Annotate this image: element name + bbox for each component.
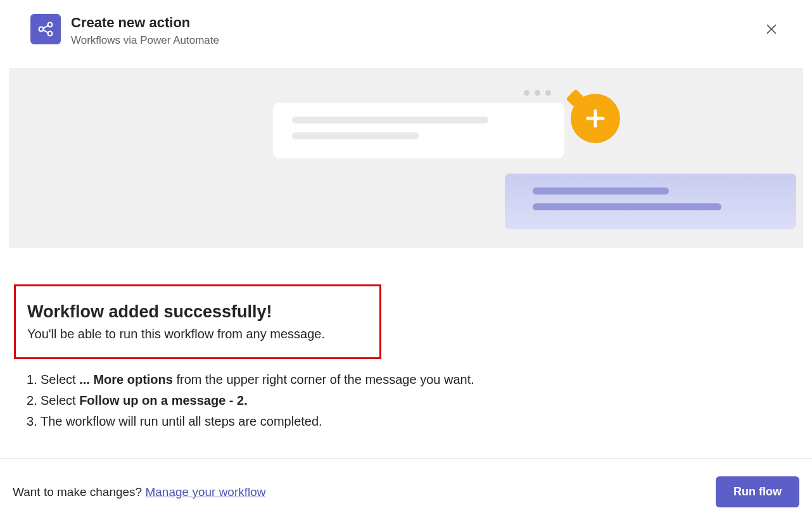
footer-text: Want to make changes? Manage your workfl… xyxy=(13,485,266,499)
dialog-header: Create new action Workflows via Power Au… xyxy=(0,0,812,58)
svg-point-0 xyxy=(39,27,44,32)
hero-illustration xyxy=(9,68,803,248)
plus-badge-icon xyxy=(571,94,620,143)
success-heading: Workflow added successfully! xyxy=(27,302,364,323)
content-area: Workflow added successfully! You'll be a… xyxy=(0,248,812,458)
success-highlight: Workflow added successfully! You'll be a… xyxy=(14,284,381,359)
svg-point-1 xyxy=(48,23,53,27)
share-nodes-icon xyxy=(37,20,54,38)
title-block: Create new action Workflows via Power Au… xyxy=(71,14,761,48)
close-icon xyxy=(765,23,778,35)
illustration-message-bubble xyxy=(273,103,564,158)
svg-line-3 xyxy=(43,25,48,28)
close-button[interactable] xyxy=(761,19,782,39)
hero-inner xyxy=(146,85,666,231)
step-2: Select Follow up on a message - 2. xyxy=(41,390,787,411)
workflow-dialog: Create new action Workflows via Power Au… xyxy=(0,0,812,515)
dialog-subtitle: Workflows via Power Automate xyxy=(71,33,761,48)
typing-dots-icon xyxy=(524,90,551,96)
workflows-app-icon xyxy=(30,14,61,44)
manage-workflow-link[interactable]: Manage your workflow xyxy=(145,485,265,499)
svg-point-2 xyxy=(48,32,53,36)
step-1: Select ... More options from the upper r… xyxy=(41,369,787,390)
instruction-steps: Select ... More options from the upper r… xyxy=(25,369,787,432)
dialog-footer: Want to make changes? Manage your workfl… xyxy=(0,458,812,515)
illustration-reply-bubble xyxy=(505,174,796,229)
dialog-title: Create new action xyxy=(71,14,761,32)
svg-line-4 xyxy=(43,30,48,32)
run-flow-button[interactable]: Run flow xyxy=(716,476,799,507)
success-description: You'll be able to run this workflow from… xyxy=(27,324,364,343)
step-3: The workflow will run until all steps ar… xyxy=(41,411,787,432)
